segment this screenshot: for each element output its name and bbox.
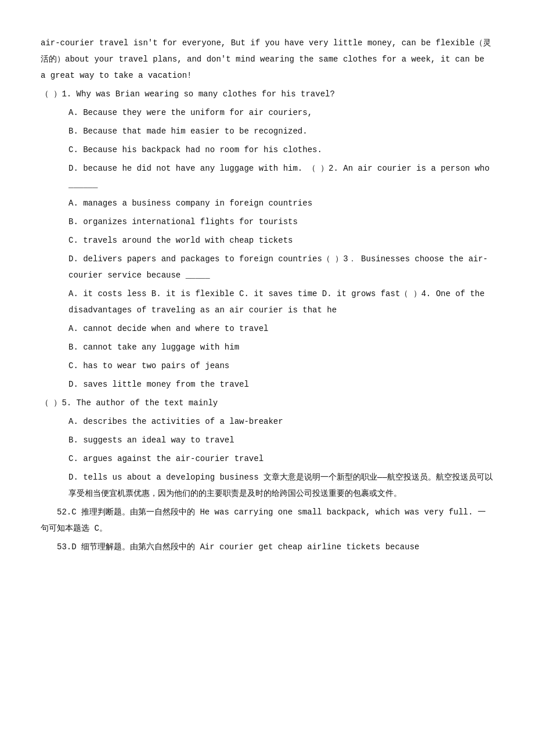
main-content: air-courier travel isn't for everyone, B…	[41, 35, 493, 555]
q2-option-d: D. delivers papers and packages to forei…	[41, 251, 493, 283]
intro-paragraph: air-courier travel isn't for everyone, B…	[41, 35, 493, 84]
q5-option-d: D. tells us about a developing business …	[41, 469, 493, 502]
q3-options: A. it costs less B. it is flexible C. it…	[41, 286, 493, 318]
question-5-label: （ ）5. The author of the text mainly	[41, 395, 493, 411]
q4-option-a: A. cannot decide when and where to trave…	[41, 321, 493, 337]
q1-option-b: B. Because that made him easier to be re…	[41, 123, 493, 139]
question-2-block: A. manages a business company in foreign…	[41, 195, 493, 283]
analysis-52: 52.C 推理判断题。由第一自然段中的 He was carrying one …	[41, 504, 493, 537]
question-1-block: （ ）1. Why was Brian wearing so many clot…	[41, 86, 493, 193]
analysis-section: 52.C 推理判断题。由第一自然段中的 He was carrying one …	[41, 504, 493, 555]
analysis-53: 53.D 细节理解题。由第六自然段中的 Air courier get chea…	[41, 539, 493, 555]
q2-option-c: C. travels around the world with cheap t…	[41, 232, 493, 249]
q1-option-d: D. because he did not have any luggage w…	[41, 160, 493, 193]
q1-option-a: A. Because they were the uniform for air…	[41, 105, 493, 121]
q5-option-b: B. suggests an ideal way to travel	[41, 432, 493, 448]
question-5-block: （ ）5. The author of the text mainly A. d…	[41, 395, 493, 502]
question-1-label: （ ）1. Why was Brian wearing so many clot…	[41, 86, 493, 102]
q2-option-a: A. manages a business company in foreign…	[41, 195, 493, 211]
q4-option-b: B. cannot take any luggage with him	[41, 339, 493, 355]
q4-option-d: D. saves little money from the travel	[41, 376, 493, 393]
q5-option-a: A. describes the activities of a law-bre…	[41, 413, 493, 430]
q2-option-b: B. organizes international flights for t…	[41, 214, 493, 230]
q1-option-c: C. Because his backpack had no room for …	[41, 142, 493, 158]
q4-option-c: C. has to wear two pairs of jeans	[41, 358, 493, 374]
question-3-block: A. it costs less B. it is flexible C. it…	[41, 286, 493, 393]
q5-option-c: C. argues against the air-courier travel	[41, 451, 493, 467]
